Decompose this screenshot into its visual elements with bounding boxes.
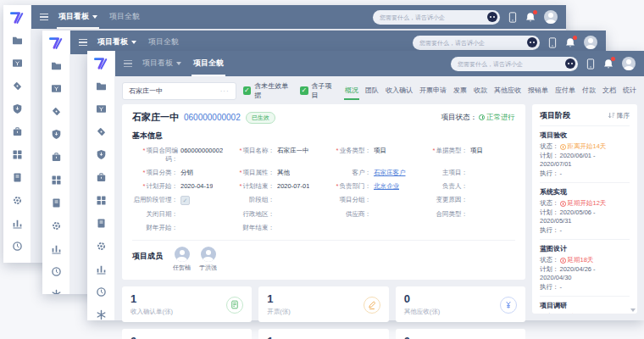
projects-folder-icon[interactable] bbox=[12, 35, 23, 46]
mobile-app-icon[interactable] bbox=[586, 58, 595, 69]
history-clock-icon[interactable] bbox=[96, 286, 107, 297]
report-chart-icon[interactable] bbox=[51, 243, 62, 254]
notification-bell-icon[interactable] bbox=[565, 37, 575, 48]
settings-gear-icon[interactable] bbox=[96, 241, 107, 252]
assistant-searchbox[interactable] bbox=[413, 36, 540, 50]
nav-tab-project-overview[interactable]: 项目全貌 bbox=[108, 5, 142, 29]
form-field: 单据类型： 项目 bbox=[422, 147, 515, 164]
apps-grid-icon[interactable] bbox=[12, 149, 23, 160]
field-value[interactable]: 石家庄客户 bbox=[374, 169, 406, 177]
history-clock-icon[interactable] bbox=[51, 266, 62, 277]
member[interactable]: 于洪强 bbox=[199, 247, 217, 272]
field-label: 行政地区： bbox=[229, 210, 275, 219]
tag-icon[interactable] bbox=[12, 81, 23, 92]
hamburger-menu-icon[interactable] bbox=[40, 14, 48, 21]
scroll-down-arrow-icon[interactable] bbox=[630, 308, 636, 312]
stat-card-other-payables[interactable]: 0 其他应付单(张) bbox=[396, 329, 525, 339]
form-field: 项目名称： 石家庄一中 bbox=[229, 147, 322, 164]
tag-icon[interactable] bbox=[96, 126, 107, 137]
lookup-more-icon[interactable]: ··· bbox=[220, 87, 230, 95]
notification-bell-icon[interactable] bbox=[525, 12, 536, 23]
shield-icon[interactable] bbox=[12, 103, 23, 114]
stage-item[interactable]: 项目验收 状态：距离开始14天 计划：2020/06/01 - 2020/07/… bbox=[540, 125, 630, 182]
detail-tab[interactable]: 应付单 bbox=[554, 81, 576, 100]
detail-tab[interactable]: 团队 bbox=[364, 81, 380, 100]
checkbox-include-ineffective[interactable]: ✓ 含未生效单据 bbox=[243, 81, 293, 100]
apps-grid-icon[interactable] bbox=[96, 195, 107, 206]
detail-tab[interactable]: 收款 bbox=[473, 81, 488, 100]
checkbox-include-subprojects[interactable]: ✓ 含子项目 bbox=[300, 81, 337, 100]
nav-tab-project-board[interactable]: 项目看板 bbox=[141, 51, 183, 76]
workbench-bag-icon[interactable] bbox=[96, 172, 107, 183]
stat-card-other-receivables[interactable]: 0 其他应收(张) bbox=[396, 286, 525, 322]
assistant-robot-icon[interactable] bbox=[487, 12, 497, 22]
stat-card-receipts[interactable]: 0 收款单(张) bbox=[122, 329, 252, 339]
stage-item[interactable]: 系统实现 状态：延期开始12天 计划：2020/05/06 - 2020/05/… bbox=[540, 182, 630, 239]
field-value[interactable]: 北京企业 bbox=[374, 182, 399, 191]
nav-tab-project-overview[interactable]: 项目全貌 bbox=[192, 51, 225, 76]
notification-bell-icon[interactable] bbox=[603, 58, 613, 69]
sort-descending-button[interactable]: 降序 bbox=[608, 112, 630, 120]
history-clock-icon[interactable] bbox=[12, 241, 23, 252]
report-chart-icon[interactable] bbox=[96, 264, 107, 275]
billing-card-icon[interactable] bbox=[51, 83, 62, 94]
app-logo-icon[interactable] bbox=[48, 36, 64, 50]
apps-grid-icon[interactable] bbox=[51, 175, 62, 186]
detail-tab[interactable]: 统计 bbox=[622, 81, 637, 100]
workbench-bag-icon[interactable] bbox=[51, 152, 62, 163]
report-chart-icon[interactable] bbox=[12, 218, 23, 229]
mobile-app-icon[interactable] bbox=[548, 37, 557, 48]
tag-icon[interactable] bbox=[51, 106, 62, 117]
assistant-robot-icon[interactable] bbox=[565, 58, 575, 69]
billing-card-icon[interactable] bbox=[96, 103, 107, 114]
project-lookup-field[interactable]: 石家庄一中 ··· bbox=[122, 82, 236, 100]
workbench-bag-icon[interactable] bbox=[12, 126, 23, 137]
ledger-icon[interactable] bbox=[12, 172, 23, 183]
detail-tab[interactable]: 其他应收 bbox=[493, 81, 522, 100]
detail-tab[interactable]: 报销单 bbox=[527, 81, 549, 100]
detail-tab[interactable]: 概况 bbox=[344, 81, 359, 100]
project-basic-card: 石家庄一中 060000000002 已生效 项目状态： 正常进行 基本信息 bbox=[122, 104, 525, 280]
app-logo-icon[interactable] bbox=[93, 57, 108, 70]
shield-icon[interactable] bbox=[51, 129, 62, 140]
settings-gear-icon[interactable] bbox=[51, 220, 62, 231]
settings-gear-icon[interactable] bbox=[12, 195, 23, 206]
detail-tab[interactable]: 发票 bbox=[452, 81, 468, 100]
more-apps-asterisk-icon[interactable] bbox=[51, 289, 62, 294]
shield-icon[interactable] bbox=[96, 149, 107, 160]
user-avatar[interactable] bbox=[622, 57, 636, 70]
stat-card-payables[interactable]: 1 应付单(张) bbox=[258, 329, 388, 339]
billing-card-icon[interactable] bbox=[12, 58, 23, 69]
ledger-icon[interactable] bbox=[51, 197, 62, 208]
stage-item[interactable]: 蓝图设计 状态：延期18天 计划：2020/04/26 - 2020/04/30… bbox=[540, 239, 630, 296]
more-apps-asterisk-icon[interactable] bbox=[96, 309, 107, 320]
stat-label: 收入确认单(张) bbox=[130, 308, 173, 316]
projects-folder-icon[interactable] bbox=[51, 60, 62, 71]
stage-exec-label: 执行： bbox=[540, 283, 559, 292]
search-input[interactable] bbox=[458, 61, 565, 67]
search-input[interactable] bbox=[380, 14, 487, 20]
user-avatar[interactable] bbox=[544, 10, 558, 24]
user-avatar[interactable] bbox=[584, 36, 597, 49]
app-logo-icon[interactable] bbox=[9, 11, 25, 25]
hamburger-menu-icon[interactable] bbox=[79, 39, 87, 47]
assistant-searchbox[interactable] bbox=[373, 10, 500, 25]
member[interactable]: 任贺楠 bbox=[173, 247, 191, 272]
project-code[interactable]: 060000000002 bbox=[184, 113, 241, 122]
ledger-icon[interactable] bbox=[96, 218, 107, 229]
search-input[interactable] bbox=[419, 40, 527, 46]
assistant-robot-icon[interactable] bbox=[527, 37, 537, 47]
mobile-app-icon[interactable] bbox=[508, 12, 517, 23]
assistant-searchbox[interactable] bbox=[451, 57, 578, 71]
detail-tab[interactable]: 开票申请 bbox=[419, 81, 447, 100]
nav-tab-project-board[interactable]: 项目看板 bbox=[57, 5, 99, 29]
stage-item[interactable]: 项目调研 状态：延期23天 计划：2020/04/19 - 执行： bbox=[540, 296, 630, 314]
stage-name: 系统实现 bbox=[540, 187, 630, 197]
stat-card-revenue-confirm[interactable]: 1 收入确认单(张) bbox=[122, 286, 252, 322]
stat-card-invoicing[interactable]: 1 开票(张) bbox=[258, 286, 388, 322]
detail-tab[interactable]: 付款 bbox=[581, 81, 597, 100]
detail-tab[interactable]: 文档 bbox=[602, 81, 617, 100]
projects-folder-icon[interactable] bbox=[96, 81, 107, 92]
hamburger-menu-icon[interactable] bbox=[124, 60, 132, 68]
detail-tab[interactable]: 收入确认 bbox=[385, 81, 414, 100]
